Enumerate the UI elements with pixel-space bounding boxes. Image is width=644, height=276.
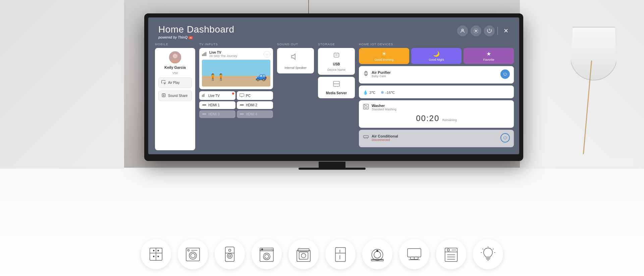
section-tv-inputs: TV INPUTS Live TV 28 SKD [199,43,273,150]
svg-rect-12 [202,95,202,97]
svg-rect-9 [203,53,204,56]
power-button[interactable] [484,25,495,36]
dashboard-header: Home Dashboard powered by ThinQ AI [148,17,519,43]
svg-rect-28 [364,136,369,138]
washer-details: Washer Standard Washing [372,104,396,111]
svg-line-79 [482,249,483,250]
favorite-label: Favorite [483,58,494,61]
input-hdmi1-label: HDMI 1 [208,103,220,107]
purifier-header: Air Purifier Baby Care [363,69,510,79]
svg-rect-14 [203,94,204,97]
ac-details: Air Conditional Disconnected [372,134,398,142]
scene-person1-icon: 🧍 [209,73,217,81]
ac-name: Air Conditional [372,134,398,138]
ac-status: Disconnected [372,138,398,142]
soundshare-label: Sound Share [168,94,187,98]
input-hdmi2[interactable]: HDMI 2 [237,101,273,109]
favorite-icon: ★ [486,51,491,57]
sound-card: Internal Speaker [277,48,314,73]
mobile-card: Keily Garcia V50 Air Play [155,48,195,150]
input-live-tv-label: Live TV [208,94,220,98]
dashboard-subtitle: powered by ThinQ AI [158,36,234,39]
tv-channel: Live TV [209,51,237,54]
water-drop-icon: 💧 [363,90,368,95]
washer-remaining-label: Remaining [442,118,457,122]
svg-point-70 [447,249,449,251]
section-storage: STORAGE USB Device Name Media Server [318,43,355,150]
svg-rect-13 [203,95,203,97]
media-server-card: Media Server [318,77,355,98]
svg-rect-53 [299,252,308,259]
ac-power-button[interactable] [500,133,510,143]
hdmi3-icon [202,112,207,116]
input-hdmi4: HDMI 4 [237,110,273,118]
svg-point-39 [187,250,189,251]
mode-morning[interactable]: ☀ Good Morning [359,48,409,64]
fridge-temps: 💧 3℃ ❄ -16℃ [363,89,510,95]
svg-rect-11 [206,52,207,56]
scene-car-icon: 🚙 [255,70,267,81]
settings-button[interactable] [471,25,481,36]
purifier-icon [363,70,369,78]
usb-icon [333,51,340,60]
icon-monitor[interactable] [399,239,429,269]
mode-favorite[interactable]: ★ Favorite [464,48,514,64]
ac-icon [363,134,369,142]
icon-tower[interactable] [215,239,245,269]
live-tv-icon [202,94,207,98]
icon-washer-top[interactable] [252,239,282,269]
svg-rect-16 [240,94,244,96]
washer-header: Washer Standard Washing [363,104,510,111]
icon-washer-topload[interactable] [288,239,319,269]
icon-fridge-double[interactable] [141,239,171,269]
svg-point-43 [229,255,231,257]
icon-robot-vacuum[interactable] [362,239,392,269]
ac-info: Air Conditional Disconnected [363,134,398,142]
svg-point-48 [263,253,270,260]
scene-person2-icon: 🧍 [217,73,225,81]
icon-fridge-single[interactable] [325,239,356,269]
mode-night[interactable]: 🌙 Good Night [411,48,462,64]
user-name: Keily Garcia [164,65,186,69]
airplay-icon [161,80,166,86]
soundshare-button[interactable]: Sound Share [158,91,192,101]
fridge-temp: 💧 3℃ [363,90,375,95]
tv-live-header: Live TV 28 SKD The Journey ⋯ [202,51,270,58]
svg-point-38 [191,254,195,258]
dashboard-title: Home Dashboard [158,24,234,35]
usb-device-name: Device Name [327,68,345,71]
svg-rect-55 [335,247,345,262]
dashboard-content: MOBILE Keily Garcia V50 [148,43,519,154]
input-hdmi3-label: HDMI 3 [208,112,220,116]
bottom-icon-row [0,239,644,269]
input-pc[interactable]: PC [237,91,273,100]
svg-rect-17 [202,104,206,106]
washer-countdown: 00:20 [416,114,439,123]
section-mobile: MOBILE Keily Garcia V50 [155,43,195,150]
svg-point-49 [265,255,269,259]
input-hdmi1[interactable]: HDMI 1 [199,101,235,109]
tv-live-info: Live TV 28 SKD The Journey [202,51,237,58]
icon-washer-front[interactable] [178,239,208,269]
usb-card: USB Device Name [318,48,355,75]
icon-dishwasher[interactable] [436,239,466,269]
close-button[interactable]: ✕ [500,25,511,36]
hdmi2-icon [239,103,244,107]
icon-lightbulb[interactable] [473,239,503,269]
svg-point-1 [475,30,477,32]
purifier-name: Air Purifier [372,70,391,74]
section-sound-out: SOUND OUT Internal Speaker [277,43,314,150]
svg-rect-64 [408,249,421,257]
svg-rect-20 [240,113,244,115]
signal-icon [202,52,208,57]
svg-point-42 [227,254,232,259]
input-live-tv[interactable]: Live TV [199,91,235,100]
tv-live-details: Live TV 28 SKD The Journey [209,51,237,58]
tv-expand-button[interactable]: ⋯ [264,51,270,58]
user-icon-button[interactable] [457,25,468,36]
airplay-button[interactable]: Air Play [158,77,192,88]
purifier-power-button[interactable] [500,69,510,79]
user-avatar [169,51,181,63]
header-divider [497,27,498,35]
input-hdmi3: HDMI 3 [199,110,235,118]
